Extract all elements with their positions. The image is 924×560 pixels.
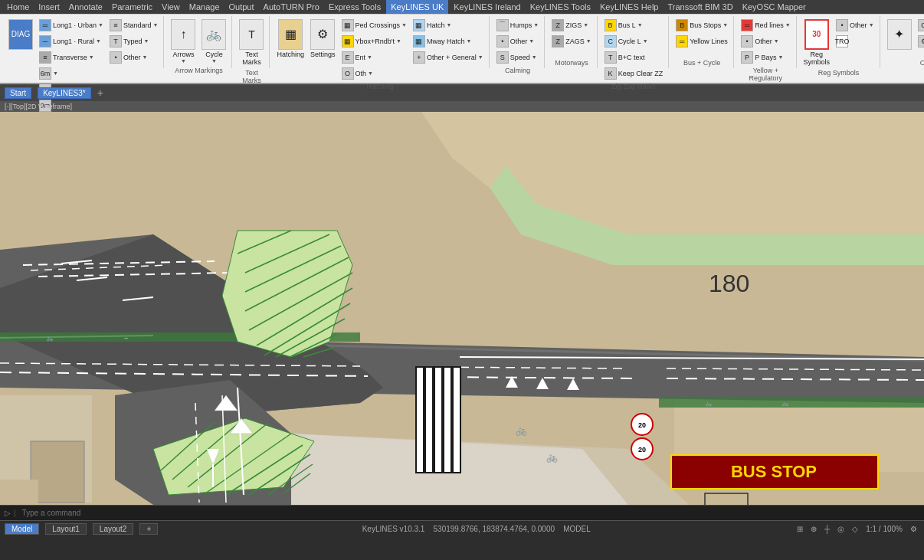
ribbon-btn-other-yellow[interactable]: •Other▼	[739, 34, 792, 49]
ribbon-btn-diag[interactable]: DIAG	[6, 18, 35, 52]
menu-keylines-ireland[interactable]: KeyLINES Ireland	[450, 0, 524, 14]
menu-manage[interactable]: Manage	[185, 0, 224, 14]
status-tab-layout1[interactable]: Layout1	[45, 523, 87, 535]
svg-rect-35	[454, 368, 460, 472]
ribbon-btn-transverse[interactable]: ≡Transverse▼	[37, 50, 106, 65]
svg-rect-6	[0, 480, 38, 505]
ribbon-btn-bus-stops[interactable]: BBus Stops▼	[673, 18, 730, 33]
ribbon-btn-text-marks[interactable]: T Text Marks	[237, 18, 266, 67]
command-bar: ▷ |	[0, 505, 924, 520]
status-osnap-icon[interactable]: ◇	[850, 524, 860, 534]
svg-text:🚲: 🚲	[705, 399, 713, 407]
menu-output[interactable]: Output	[225, 0, 258, 14]
ribbon-group-yellow-reg: ═Red lines▼ •Other▼ PP Bays▼ Yellow + Re…	[736, 16, 796, 68]
qa-start-tab[interactable]: Start	[5, 87, 31, 99]
menu-view[interactable]: View	[158, 0, 184, 14]
qa-keylines-tab[interactable]: KeyLINES3*	[38, 87, 91, 99]
ribbon-btn-tro[interactable]: TRO	[834, 34, 876, 49]
ribbon-btn-other-linear[interactable]: •Other▼	[107, 50, 160, 65]
ribbon-btn-zags[interactable]: ZZAGS▼	[549, 34, 593, 49]
svg-rect-5	[31, 441, 84, 503]
ribbon-btn-hatch[interactable]: ▦Hatch▼	[411, 18, 486, 33]
ribbon-btn-zigs[interactable]: ZZIGS▼	[549, 18, 593, 33]
command-pipe: |	[14, 509, 16, 517]
menu-keylines-uk[interactable]: KeyLINES UK	[386, 0, 448, 14]
menu-transsoft[interactable]: Transsoft BIM 3D	[664, 0, 736, 14]
ribbon-group-label-zigzag: Zig Zag Marks	[611, 81, 656, 90]
ribbon-btn-yellow-lines[interactable]: ═Yellow Lines	[673, 34, 730, 49]
status-grid-icon[interactable]: ⊞	[795, 524, 805, 534]
command-input[interactable]	[22, 509, 252, 517]
menu-express[interactable]: Express Tools	[325, 0, 385, 14]
ribbon-btn-cycle-l[interactable]: CCycle L▼	[602, 34, 666, 49]
ribbon-btn-hatching[interactable]: ▦ Hatching	[274, 18, 306, 60]
ribbon-group-bus-cycle: BBus Stops▼ ═Yellow Lines Bus + Cycle	[670, 16, 734, 68]
ribbon-btn-other-calming[interactable]: •Other▼	[494, 34, 541, 49]
menu-keyosc[interactable]: KeyOSC Mapper	[739, 0, 810, 14]
ribbon-btn-ped-crossings[interactable]: ▦Ped Crossings▼	[339, 18, 409, 33]
ribbon-group-calming: ⌒Humps▼ •Other▼ SSpeed▼ Calming	[491, 16, 545, 68]
ribbon-btn-mway-hatch[interactable]: ▦Mway Hatch▼	[411, 34, 486, 49]
menu-autoturn[interactable]: AutoTURN Pro	[260, 0, 323, 14]
ribbon-btn-other-reg[interactable]: •Other▼	[834, 18, 876, 33]
menu-bar: Home Insert Annotate Parametric View Man…	[0, 0, 924, 14]
svg-text:🚲: 🚲	[516, 424, 527, 436]
qa-add-tab[interactable]: +	[97, 87, 103, 99]
drawing-area[interactable]: 🚲 → 🚲 🚲	[0, 112, 924, 505]
ribbon-group-linear: DIAG ═Long1 · Urban▼ ─Long1 · Rural▼ ≡Tr…	[3, 16, 164, 68]
ribbon-group-label-arrows: Arrow Markings	[175, 65, 223, 74]
status-polar-icon[interactable]: ◎	[835, 524, 847, 534]
ribbon-btn-long1-urban[interactable]: ═Long1 · Urban▼	[37, 18, 106, 33]
ribbon-btn-6m[interactable]: 6m▼	[37, 66, 106, 81]
ribbon-btn-bus-l[interactable]: BBus L▼	[602, 18, 666, 33]
status-app-info: KeyLINES v10.3.1 530199.8766, 183874.476…	[164, 525, 788, 533]
menu-keylines-help[interactable]: KeyLINES Help	[596, 0, 662, 14]
menu-insert[interactable]: Insert	[34, 0, 64, 14]
ribbon-btn-standard[interactable]: ≡Standard▼	[107, 18, 160, 33]
menu-keylines-tools[interactable]: KeyLINES Tools	[526, 0, 595, 14]
svg-rect-25	[659, 397, 924, 408]
ribbon-group-motorways: ZZIGS▼ ZZAGS▼ Motorways	[546, 16, 597, 68]
ribbon-content: DIAG ═Long1 · Urban▼ ─Long1 · Rural▼ ≡Tr…	[0, 14, 924, 69]
ribbon-btn-speed[interactable]: SSpeed▼	[494, 50, 541, 65]
svg-text:🚲: 🚲	[546, 451, 558, 463]
status-tab-model[interactable]: Model	[5, 523, 39, 535]
ribbon-group-label-calming: Calming	[505, 65, 530, 74]
status-ortho-icon[interactable]: ┼	[822, 524, 832, 534]
ribbon-btn-ent[interactable]: EEnt▼	[339, 50, 409, 65]
menu-annotate[interactable]: Annotate	[65, 0, 106, 14]
ribbon-btn-keep-clear[interactable]: KKeep Clear ZZ	[602, 66, 666, 81]
svg-text:20: 20	[638, 446, 646, 454]
status-tab-layout2[interactable]: Layout2	[93, 523, 134, 535]
ribbon-group-label-text: Text Marks	[237, 67, 266, 84]
status-icons-group: ⊞ ⊕ ┼ ◎ ◇ 1:1 / 100% ⚙	[795, 524, 919, 534]
ribbon-btn-oth[interactable]: OOth▼	[339, 66, 409, 81]
ribbon-btn-config-custom[interactable]: ⚙Config Custom	[916, 34, 924, 49]
ribbon-btn-custom-icon[interactable]: ✦	[885, 18, 914, 52]
status-settings-icon[interactable]: ⚙	[908, 524, 919, 534]
map-svg: 🚲 → 🚲 🚲	[0, 112, 924, 505]
status-coords: 530199.8766, 183874.4764, 0.0000	[434, 525, 555, 533]
ribbon-btn-ybox[interactable]: ▦Ybox+Rndb't▼	[339, 34, 409, 49]
ribbon-btn-arrows[interactable]: ↑ Arrows▼	[169, 18, 198, 65]
ribbon-btn-long1-rural[interactable]: ─Long1 · Rural▼	[37, 34, 106, 49]
ribbon-btn-bc-text[interactable]: TB+C text	[602, 50, 666, 65]
ribbon-btn-humps[interactable]: ⌒Humps▼	[494, 18, 541, 33]
ribbon-btn-speed-sign[interactable]: 30 Reg Symbols	[801, 18, 833, 67]
ribbon-group-label-motorways: Motorways	[555, 57, 588, 67]
status-zoom-info: 1:1 / 100%	[863, 524, 905, 534]
status-tab-add[interactable]: +	[139, 523, 158, 535]
status-snap-icon[interactable]: ⊕	[808, 524, 819, 534]
status-bar: Model Layout1 Layout2 + KeyLINES v10.3.1…	[0, 520, 924, 537]
ribbon-btn-settings[interactable]: ⚙ Settings	[308, 18, 338, 60]
svg-text:180: 180	[709, 270, 749, 297]
ribbon-btn-cycle[interactable]: 🚲 Cycle▼	[199, 18, 228, 65]
ribbon-btn-p-bays[interactable]: PP Bays▼	[739, 50, 792, 65]
menu-parametric[interactable]: Parametric	[108, 0, 156, 14]
ribbon-btn-red-lines[interactable]: ═Red lines▼	[739, 18, 792, 33]
ribbon-btn-typed[interactable]: TTyped▼	[107, 34, 160, 49]
svg-rect-33	[435, 368, 441, 472]
ribbon-btn-other-general[interactable]: +Other + General▼	[411, 50, 486, 65]
menu-home[interactable]: Home	[3, 0, 33, 14]
ribbon-btn-custom-marks[interactable]: CCustom Marks	[916, 18, 924, 33]
